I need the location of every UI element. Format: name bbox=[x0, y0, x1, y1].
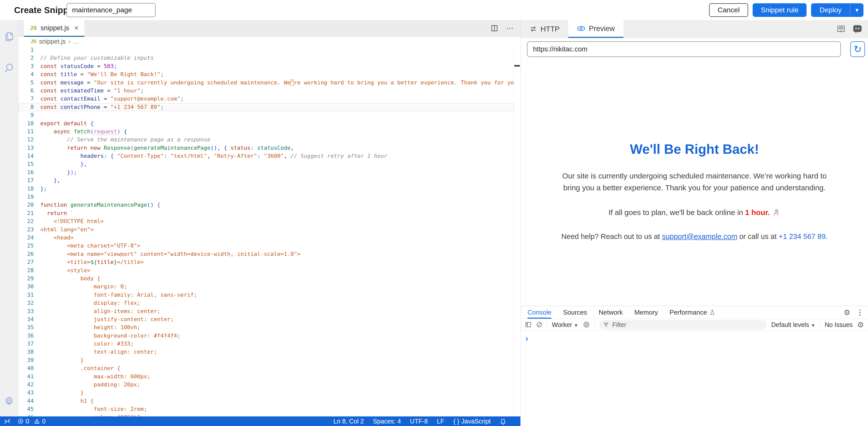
filter-input[interactable] bbox=[612, 321, 763, 329]
devtools-tab-sources[interactable]: Sources bbox=[563, 306, 587, 319]
support-email-link[interactable]: support@example.com bbox=[662, 232, 737, 240]
devtools-tab-performance[interactable]: Performance bbox=[670, 306, 715, 319]
code-line[interactable]: 22 <!DOCTYPE html> bbox=[19, 217, 514, 225]
code-line[interactable]: 19 bbox=[19, 193, 514, 201]
code-line[interactable]: 11 async fetch(request) { bbox=[19, 127, 514, 136]
url-input[interactable] bbox=[527, 41, 841, 57]
code-line[interactable]: 39 } bbox=[19, 356, 514, 364]
code-line[interactable]: 2// Define your customizable inputs bbox=[19, 54, 514, 62]
code-line[interactable]: 4const title = "We'll Be Right Back!"; bbox=[19, 70, 514, 78]
code-line[interactable]: 5const message = "Our site is currently … bbox=[19, 79, 514, 87]
split-editor-icon[interactable] bbox=[490, 24, 498, 32]
line-number: 40 bbox=[19, 364, 40, 372]
code-line[interactable]: 34 justify-content: center; bbox=[19, 315, 514, 323]
code-line[interactable]: 35 height: 100vh; bbox=[19, 323, 514, 332]
code-line[interactable]: 24 <head> bbox=[19, 234, 514, 242]
snippet-rule-button[interactable]: Snippet rule bbox=[753, 3, 806, 17]
code-line[interactable]: 37 color: #333; bbox=[19, 340, 514, 348]
code-line[interactable]: 38 text-align: center; bbox=[19, 348, 514, 356]
code-line[interactable]: 10export default { bbox=[19, 119, 514, 127]
line-number: 9 bbox=[19, 111, 40, 119]
code-line[interactable]: 9 bbox=[19, 111, 514, 119]
code-line[interactable]: 15 }, bbox=[19, 160, 514, 168]
code-line[interactable]: 1 bbox=[19, 46, 514, 54]
code-line[interactable]: 13 return new Response(generateMaintenan… bbox=[19, 144, 514, 152]
deploy-dropdown-button[interactable]: ▾ bbox=[850, 3, 864, 17]
code-line[interactable]: 23<html lang="en"> bbox=[19, 226, 514, 234]
console-prompt[interactable]: › bbox=[521, 331, 868, 346]
code-line[interactable]: 21 return ` bbox=[19, 209, 514, 217]
context-selector[interactable]: Worker ▼ bbox=[552, 321, 578, 329]
devtools-settings-gear-icon[interactable]: ⚙ bbox=[843, 308, 850, 317]
indentation[interactable]: Spaces: 4 bbox=[373, 418, 401, 425]
code-line[interactable]: 14 headers: { "Content-Type": "text/html… bbox=[19, 152, 514, 160]
snippet-name-input[interactable] bbox=[66, 3, 156, 17]
tab-preview[interactable]: Preview bbox=[568, 20, 623, 38]
editor-overview-ruler[interactable] bbox=[514, 46, 521, 417]
code-line[interactable]: 20function generateMaintenancePage() { bbox=[19, 201, 514, 209]
close-icon[interactable]: × bbox=[74, 24, 78, 32]
log-levels-selector[interactable]: Default levels ▼ bbox=[771, 321, 815, 329]
cursor-position[interactable]: Ln 8, Col 2 bbox=[334, 418, 364, 425]
code-editor[interactable]: 12// Define your customizable inputs3con… bbox=[19, 46, 514, 417]
code-line[interactable]: 43 } bbox=[19, 389, 514, 397]
code-line[interactable]: 30 margin: 0; bbox=[19, 283, 514, 291]
problems-indicator[interactable]: 0 0 bbox=[18, 418, 45, 425]
code-line[interactable]: 7const contactEmail = "support@example.c… bbox=[19, 95, 514, 103]
console-settings-gear-icon[interactable]: ⚙ bbox=[857, 320, 864, 329]
code-line[interactable]: 28 <style> bbox=[19, 266, 514, 275]
code-line[interactable]: 31 font-family: Arial, sans-serif; bbox=[19, 291, 514, 299]
code-line[interactable]: 29 body { bbox=[19, 275, 514, 283]
console-filter[interactable] bbox=[599, 320, 767, 329]
code-line[interactable]: 18}; bbox=[19, 185, 514, 193]
notifications-bell-icon[interactable] bbox=[500, 418, 506, 425]
deploy-button[interactable]: Deploy bbox=[811, 3, 850, 17]
devtools-tab-network[interactable]: Network bbox=[599, 306, 623, 319]
devtools-tab-memory[interactable]: Memory bbox=[634, 306, 658, 319]
remote-indicator-icon[interactable] bbox=[3, 418, 11, 425]
code-line[interactable]: 27 <title>${title}</title> bbox=[19, 258, 514, 266]
more-actions-icon[interactable]: ⋯ bbox=[506, 24, 514, 32]
console-sidebar-toggle-icon[interactable] bbox=[525, 321, 531, 328]
clear-console-icon[interactable] bbox=[536, 321, 542, 328]
code-line[interactable]: 25 <meta charset="UTF-8"> bbox=[19, 242, 514, 250]
breadcrumb[interactable]: JS snippet.js › … bbox=[19, 37, 521, 46]
code-line[interactable]: 26 <meta name="viewport" content="width=… bbox=[19, 250, 514, 258]
code-line[interactable]: 6const estimatedTime = "1 hour"; bbox=[19, 87, 514, 95]
encoding[interactable]: UTF-8 bbox=[410, 418, 428, 425]
devtools-menu-kebab-icon[interactable]: ⋮ bbox=[857, 308, 864, 317]
code-line[interactable]: 33 align-items: center; bbox=[19, 307, 514, 315]
devtools-tab-console[interactable]: Console bbox=[527, 306, 551, 319]
code-line[interactable]: 16 }); bbox=[19, 168, 514, 176]
search-icon[interactable] bbox=[3, 62, 14, 74]
eol-sequence[interactable]: LF bbox=[437, 418, 444, 425]
code-line[interactable]: 44 h1 { bbox=[19, 397, 514, 405]
code-line[interactable]: 32 display: flex; bbox=[19, 299, 514, 307]
code-line[interactable]: 17 }, bbox=[19, 176, 514, 184]
issues-counter[interactable]: No Issues bbox=[825, 321, 852, 329]
language-mode[interactable]: { } JavaScript bbox=[454, 418, 491, 425]
line-number: 30 bbox=[19, 283, 40, 291]
code-line[interactable]: 41 max-width: 600px; bbox=[19, 373, 514, 380]
code-line[interactable]: 42 padding: 20px; bbox=[19, 380, 514, 389]
deploy-split-button: Deploy ▾ bbox=[811, 3, 864, 17]
code-line[interactable]: 12 // Serve the maintenance page as a re… bbox=[19, 136, 514, 144]
code-line[interactable]: 46 color: #0056b3; bbox=[19, 414, 514, 417]
code-line[interactable]: 8const contactPhone = "+1 234 567 89"; bbox=[19, 103, 514, 111]
code-line[interactable]: 45 font-size: 2rem; bbox=[19, 405, 514, 413]
code-line[interactable]: 40 .container { bbox=[19, 364, 514, 372]
code-line[interactable]: 3const statusCode = 503; bbox=[19, 62, 514, 70]
files-icon[interactable] bbox=[3, 30, 14, 41]
reload-button[interactable]: ↻ bbox=[850, 41, 865, 57]
line-number: 18 bbox=[19, 185, 40, 193]
phone-link[interactable]: +1 234 567 89 bbox=[779, 232, 826, 240]
docs-book-icon[interactable] bbox=[836, 25, 846, 33]
settings-gear-icon[interactable] bbox=[3, 396, 14, 407]
tab-http[interactable]: HTTP bbox=[521, 20, 568, 38]
discord-icon[interactable] bbox=[852, 24, 863, 33]
cancel-button[interactable]: Cancel bbox=[709, 3, 748, 17]
code-line[interactable]: 36 background-color: #f4f4f4; bbox=[19, 332, 514, 340]
console-eye-icon[interactable] bbox=[583, 321, 590, 328]
warning-count: 0 bbox=[42, 418, 45, 425]
tab-snippet-js[interactable]: JS snippet.js × bbox=[24, 20, 84, 37]
